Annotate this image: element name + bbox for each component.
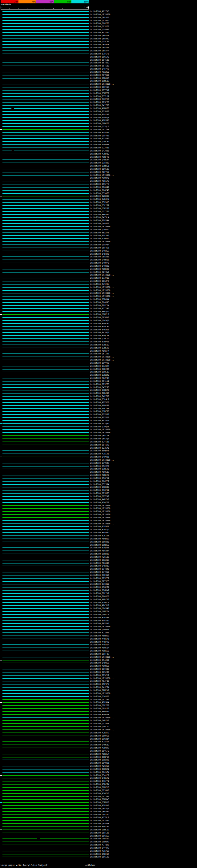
hit-alignment-bar[interactable] bbox=[2, 435, 89, 436]
hit-accession-label[interactable]: UniRef100_A6QB19 bbox=[90, 537, 109, 540]
hit-alignment-bar[interactable] bbox=[2, 645, 89, 645]
hit-accession-label[interactable]: UniRef100_B9NBE2 bbox=[90, 544, 109, 546]
hit-accession-label[interactable]: UniRef100_Q6CKC7 bbox=[90, 835, 109, 837]
hit-accession-label[interactable]: UniRef100_Q9X313 bbox=[90, 559, 109, 561]
hit-alignment-bar[interactable] bbox=[2, 636, 89, 636]
hit-accession-label[interactable]: UniRef100_UPI0000... bbox=[90, 286, 114, 288]
hit-accession-label[interactable]: UniRef100_Q59AT0 bbox=[90, 192, 109, 195]
hit-accession-label[interactable]: UniRef100_A9U0R0 bbox=[90, 177, 109, 179]
hit-accession-label[interactable]: UniRef100_Q9M597 bbox=[90, 80, 109, 82]
hit-accession-label[interactable]: UniRef100_Q66V76 bbox=[90, 34, 109, 37]
hit-alignment-bar[interactable] bbox=[2, 214, 89, 215]
hit-alignment-bar[interactable] bbox=[2, 138, 89, 139]
hit-accession-label[interactable]: UniRef100_C4JFG4 bbox=[90, 686, 109, 688]
hit-accession-label[interactable]: UniRef100_C1GRW7 bbox=[90, 589, 109, 591]
hit-accession-label[interactable]: UniRef100_A7WPX9 bbox=[90, 238, 109, 240]
hit-accession-label[interactable]: UniRef100_Q7PQZ6 bbox=[90, 426, 109, 428]
hit-alignment-bar[interactable] bbox=[2, 290, 89, 291]
hit-alignment-bar[interactable] bbox=[2, 541, 89, 542]
hit-alignment-bar[interactable] bbox=[2, 148, 89, 148]
hit-alignment-bar[interactable] bbox=[2, 535, 89, 536]
hit-alignment-bar[interactable] bbox=[2, 657, 89, 657]
hit-alignment-bar[interactable] bbox=[2, 26, 89, 27]
hit-alignment-bar[interactable] bbox=[2, 814, 89, 815]
hit-accession-label[interactable]: UniRef100_A8FYV7 bbox=[90, 171, 109, 173]
hit-alignment-bar[interactable] bbox=[2, 323, 89, 324]
hit-alignment-bar[interactable] bbox=[2, 162, 89, 163]
hit-alignment-bar[interactable] bbox=[2, 254, 89, 254]
hit-accession-label[interactable]: UniRef100_Q1HRT6 bbox=[90, 389, 109, 391]
hit-alignment-bar[interactable] bbox=[2, 405, 89, 406]
hit-accession-label[interactable]: UniRef100_Q4D059 bbox=[90, 662, 109, 664]
hit-accession-label[interactable]: UniRef100_P86048 bbox=[90, 562, 109, 564]
hit-accession-label[interactable]: UniRef100_A7TQK5 bbox=[90, 844, 109, 846]
hit-alignment-bar[interactable] bbox=[2, 432, 89, 433]
hit-accession-label[interactable]: UniRef100_Q5BU47 bbox=[90, 486, 109, 488]
hit-accession-label[interactable]: UniRef100_UPI0000... bbox=[90, 428, 114, 431]
hit-accession-label[interactable]: UniRef100_P25635 bbox=[90, 556, 109, 558]
hit-alignment-bar[interactable] bbox=[2, 372, 89, 372]
hit-alignment-bar[interactable] bbox=[2, 454, 89, 454]
hit-alignment-bar[interactable] bbox=[2, 396, 89, 397]
hit-alignment-bar[interactable] bbox=[2, 672, 89, 673]
hit-alignment-bar[interactable] bbox=[2, 299, 89, 300]
hit-alignment-bar[interactable] bbox=[2, 466, 89, 466]
hit-accession-label[interactable]: UniRef100_B4NKH2 bbox=[90, 322, 109, 325]
hit-accession-label[interactable]: UniRef100_A9ZQM7 bbox=[90, 423, 109, 425]
hit-alignment-bar[interactable] bbox=[2, 151, 89, 151]
hit-accession-label[interactable]: UniRef100_UPI0000... bbox=[90, 241, 114, 243]
hit-accession-label[interactable]: UniRef100_Q54JG9 bbox=[90, 659, 109, 661]
hit-accession-label[interactable]: UniRef100_B21HY5 bbox=[90, 631, 109, 634]
hit-alignment-bar[interactable] bbox=[2, 427, 89, 427]
hit-alignment-bar[interactable] bbox=[2, 560, 89, 560]
hit-alignment-bar[interactable] bbox=[2, 159, 89, 160]
hit-accession-label[interactable]: UniRef100_Q7XQL9 bbox=[90, 125, 109, 128]
hit-accession-label[interactable]: UniRef100_B4KW15 bbox=[90, 329, 109, 331]
hit-alignment-bar[interactable] bbox=[2, 714, 89, 715]
hit-accession-label[interactable]: UniRef100_Q66E46 bbox=[90, 189, 109, 191]
hit-accession-label[interactable]: UniRef100_C5KPB1 bbox=[90, 207, 109, 210]
hit-alignment-bar[interactable] bbox=[2, 493, 89, 494]
hit-alignment-bar[interactable] bbox=[2, 857, 89, 857]
hit-alignment-bar[interactable] bbox=[2, 169, 89, 169]
hit-alignment-bar[interactable] bbox=[2, 463, 89, 463]
hit-alignment-bar[interactable] bbox=[2, 841, 89, 842]
hit-alignment-bar[interactable] bbox=[2, 241, 89, 242]
hit-accession-label[interactable]: UniRef100_A9UW55 bbox=[90, 665, 109, 667]
hit-accession-label[interactable]: UniRef100_A6N926 bbox=[90, 268, 109, 270]
hit-alignment-bar[interactable] bbox=[2, 44, 89, 45]
hit-alignment-bar[interactable] bbox=[2, 605, 89, 606]
hit-accession-label[interactable]: UniRef100_A9RQA3 bbox=[90, 77, 109, 80]
hit-alignment-bar[interactable] bbox=[2, 348, 89, 348]
hit-accession-label[interactable]: UniRef100_B9WU48 bbox=[90, 713, 109, 716]
hit-accession-label[interactable]: UniRef100_O22431 bbox=[90, 147, 109, 149]
hit-accession-label[interactable]: UniRef100_C9SWD4 bbox=[90, 738, 109, 740]
hit-accession-label[interactable]: UniRef100_C5DNR7 bbox=[90, 841, 109, 843]
hit-accession-label[interactable]: UniRef100_C4Y4R3 bbox=[90, 847, 109, 849]
hit-alignment-bar[interactable] bbox=[2, 41, 89, 42]
hit-accession-label[interactable]: UniRef100_UPI0000... bbox=[90, 510, 114, 513]
hit-accession-label[interactable]: UniRef100_Q5UEZ7 bbox=[90, 371, 109, 373]
hit-accession-label[interactable]: UniRef100_Q2TJP5 bbox=[90, 580, 109, 583]
hit-accession-label[interactable]: UniRef100_B9AYN0 bbox=[90, 113, 109, 116]
hit-alignment-bar[interactable] bbox=[2, 748, 89, 748]
hit-accession-label[interactable]: UniRef100_Q4R7Y2 bbox=[90, 719, 109, 722]
hit-alignment-bar[interactable] bbox=[2, 669, 89, 670]
hit-alignment-bar[interactable] bbox=[2, 578, 89, 579]
hit-accession-label[interactable]: UniRef100_Q4YP98 bbox=[90, 386, 109, 389]
hit-accession-label[interactable]: UniRef100_Q1BNZ2 bbox=[90, 228, 109, 231]
hit-alignment-bar[interactable] bbox=[2, 614, 89, 615]
hit-alignment-bar[interactable] bbox=[2, 302, 89, 303]
hit-accession-label[interactable]: UniRef100_A6N078 bbox=[90, 107, 109, 110]
hit-alignment-bar[interactable] bbox=[2, 778, 89, 778]
hit-accession-label[interactable]: UniRef100_C6LR35 bbox=[90, 255, 109, 258]
hit-accession-label[interactable]: UniRef100_Q5ADN6 bbox=[90, 823, 109, 825]
hit-accession-label[interactable]: UniRef100_B5FW92 bbox=[90, 531, 109, 534]
hit-alignment-bar[interactable] bbox=[2, 802, 89, 803]
hit-accession-label[interactable]: UniRef100_Q5CWQ2 bbox=[90, 319, 109, 322]
hit-alignment-bar[interactable] bbox=[2, 617, 89, 618]
hit-alignment-bar[interactable] bbox=[2, 114, 89, 115]
hit-accession-label[interactable]: UniRef100_B0RJ90 bbox=[90, 392, 109, 395]
hit-accession-label[interactable]: UniRef100_B4LTR0 bbox=[90, 395, 109, 398]
hit-accession-label[interactable]: UniRef100_UPI0000... bbox=[90, 274, 114, 276]
